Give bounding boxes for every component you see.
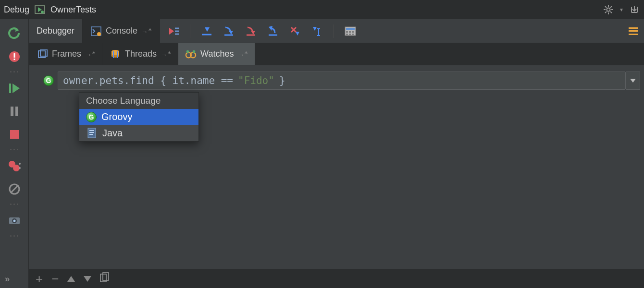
move-up-button[interactable]: [67, 273, 75, 284]
stop-button[interactable]: [5, 125, 24, 144]
separator-icon: [7, 149, 22, 152]
svg-rect-23: [15, 107, 18, 116]
resume-warning-button[interactable]: [5, 47, 24, 66]
subtab-label: Watches: [200, 49, 234, 59]
step-over-icon[interactable]: [201, 25, 212, 37]
pin-icon[interactable]: →∗: [237, 50, 248, 59]
resume-button[interactable]: [5, 79, 24, 98]
watches-toolbar: + −: [29, 269, 644, 288]
svg-marker-43: [229, 31, 233, 35]
view-breakpoints-button[interactable]: [5, 156, 24, 176]
tab-label: Debugger: [37, 26, 74, 36]
thread-dump-button[interactable]: [5, 211, 24, 230]
subtab-threads[interactable]: Threads →∗: [103, 43, 178, 65]
tab-debugger[interactable]: Debugger: [29, 19, 83, 43]
pin-icon[interactable]: →∗: [141, 27, 152, 36]
debugger-top-tabs: Debugger Console →∗: [29, 19, 644, 43]
toolwindow-label: Debug: [4, 5, 29, 15]
drop-frame-icon[interactable]: [289, 25, 301, 37]
subtab-label: Frames: [52, 49, 81, 59]
svg-line-8: [605, 6, 607, 8]
threads-icon: [110, 48, 121, 60]
svg-point-72: [186, 50, 189, 53]
duplicate-watch-button[interactable]: [100, 272, 110, 285]
step-out-icon[interactable]: [267, 25, 279, 37]
svg-point-33: [13, 220, 15, 222]
svg-marker-79: [67, 276, 75, 282]
remove-watch-button[interactable]: −: [51, 274, 59, 284]
svg-rect-59: [352, 31, 354, 33]
popup-item-label: Groovy: [101, 111, 132, 122]
separator-icon: [7, 235, 22, 238]
separator-icon: [7, 204, 22, 206]
groovy-icon: G: [86, 112, 97, 122]
mute-breakpoints-button[interactable]: [5, 180, 24, 199]
svg-rect-78: [89, 134, 93, 135]
svg-rect-18: [13, 53, 15, 58]
run-config-name: OwnerTests: [50, 5, 96, 15]
svg-rect-61: [349, 34, 351, 35]
popup-header: Choose Language: [79, 93, 198, 109]
subtab-frames[interactable]: Frames →∗: [30, 43, 103, 65]
svg-marker-16: [15, 28, 19, 32]
tab-console[interactable]: Console →∗: [83, 19, 160, 43]
pin-icon[interactable]: →∗: [85, 50, 96, 59]
show-execution-point-icon[interactable]: [168, 25, 179, 37]
svg-marker-36: [169, 28, 174, 35]
svg-line-11: [610, 6, 612, 8]
svg-rect-77: [89, 132, 94, 133]
expression-text: owner.pets.find { it.name ==: [63, 75, 233, 86]
groovy-icon: G: [43, 75, 54, 86]
hide-icon[interactable]: [629, 4, 640, 15]
svg-point-67: [111, 55, 119, 58]
svg-marker-41: [205, 27, 210, 32]
svg-point-27: [19, 163, 21, 165]
svg-marker-80: [84, 276, 91, 282]
debugger-sub-tabs: Frames →∗ Threads →∗ Watches →∗: [29, 43, 644, 65]
run-to-cursor-icon[interactable]: [311, 25, 323, 37]
debug-action-rail: [0, 19, 29, 288]
svg-rect-57: [346, 31, 348, 33]
popup-item-groovy[interactable]: G Groovy: [79, 109, 198, 125]
svg-marker-47: [269, 26, 272, 31]
frames-icon: [37, 48, 48, 60]
expression-history-dropdown[interactable]: [626, 72, 640, 90]
svg-point-2: [41, 11, 44, 13]
svg-point-3: [607, 8, 610, 12]
popup-item-java[interactable]: Java: [79, 125, 198, 141]
force-step-into-icon[interactable]: [245, 25, 257, 37]
choose-language-popup: Choose Language G Groovy Java: [79, 92, 199, 142]
svg-marker-74: [630, 79, 636, 83]
subtab-watches[interactable]: Watches →∗: [178, 43, 255, 65]
separator-icon: [7, 71, 22, 74]
gear-dropdown-icon[interactable]: ▾: [620, 6, 623, 13]
separator-icon: [190, 24, 190, 38]
svg-marker-51: [313, 27, 317, 31]
tab-label: Console: [106, 26, 137, 36]
java-file-icon: [86, 127, 98, 139]
pin-icon[interactable]: →∗: [161, 50, 171, 59]
svg-marker-45: [251, 31, 255, 35]
svg-line-9: [610, 12, 612, 13]
step-into-icon[interactable]: [223, 25, 235, 37]
gear-icon[interactable]: [603, 4, 614, 15]
watches-icon: [185, 48, 197, 60]
rerun-button[interactable]: [5, 24, 24, 43]
move-down-button[interactable]: [84, 273, 91, 284]
svg-rect-22: [11, 107, 13, 116]
svg-rect-19: [13, 59, 15, 60]
expression-tail: }: [279, 75, 285, 86]
collapse-toolwindow-button[interactable]: »: [5, 274, 9, 284]
watch-expression-input[interactable]: owner.pets.find { it.name == "Fido" }: [58, 72, 626, 90]
pause-button[interactable]: [5, 102, 24, 121]
svg-rect-62: [352, 34, 354, 35]
console-icon: [90, 25, 102, 37]
debug-titlebar: Debug OwnerTests ▾: [0, 0, 644, 19]
layout-settings-icon[interactable]: [629, 27, 638, 35]
svg-marker-50: [296, 32, 299, 36]
evaluate-expression-icon[interactable]: [345, 25, 356, 37]
svg-point-73: [193, 50, 196, 53]
add-watch-button[interactable]: +: [36, 274, 43, 284]
watches-panel: G owner.pets.find { it.name == "Fido" } …: [29, 65, 644, 288]
svg-rect-58: [349, 31, 351, 33]
